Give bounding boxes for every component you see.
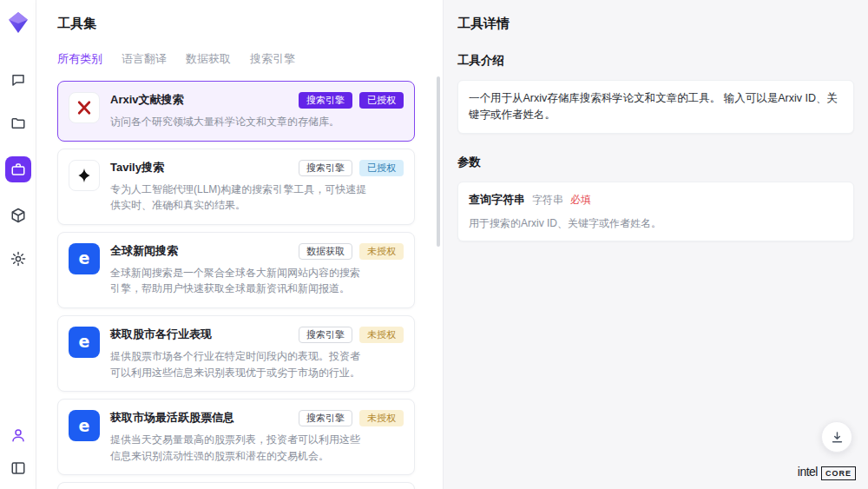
chat-icon[interactable] bbox=[8, 69, 29, 90]
tool-title: 获取市场最活跃股票信息 bbox=[110, 410, 234, 426]
page-title: 工具集 bbox=[57, 16, 443, 32]
stock-sector-logo-icon: e bbox=[69, 327, 100, 358]
folder-icon[interactable] bbox=[8, 113, 29, 134]
auth-badge: 未授权 bbox=[359, 410, 404, 426]
intel-core-logo: intel CORE bbox=[798, 465, 856, 480]
app-logo[interactable] bbox=[8, 12, 29, 33]
tool-card-regional-news[interactable]: 万维地区新闻查询 搜索引擎 未授权 查询具体行政区划内的新闻，快速了解各地新闻动 bbox=[57, 482, 415, 489]
tool-description: 访问各个研究领域大量科学论文和文章的存储库。 bbox=[110, 114, 369, 130]
arxiv-icon bbox=[69, 92, 100, 123]
tool-card-global-news[interactable]: e 全球新闻搜索 数据获取 未授权 全球新闻搜索是一个聚合全球各大新闻网站内容的… bbox=[57, 232, 415, 308]
tool-description: 专为人工智能代理(LLM)构建的搜索引擎工具，可快速提供实时、准确和真实的结果。 bbox=[110, 182, 369, 214]
tool-title: Arxiv文献搜索 bbox=[110, 92, 184, 108]
category-badge: 搜索引擎 bbox=[299, 327, 352, 343]
tab-search-engine[interactable]: 搜索引擎 bbox=[250, 51, 295, 67]
scrollbar[interactable] bbox=[437, 76, 440, 247]
auth-badge: 已授权 bbox=[359, 160, 404, 176]
sidebar-bottom bbox=[8, 425, 29, 479]
param-required-flag: 必填 bbox=[570, 193, 591, 208]
tool-card-active-stocks[interactable]: e 获取市场最活跃股票信息 搜索引擎 未授权 提供当天交易量最高的股票列表，投资… bbox=[57, 399, 415, 475]
tool-description: 提供股票市场各个行业在特定时间段内的表现。投资者可以利用这些信息来识别表现优于或… bbox=[110, 348, 369, 380]
param-header: 查询字符串 字符串 必填 bbox=[469, 192, 843, 208]
auth-badge: 未授权 bbox=[359, 243, 404, 260]
tool-list-panel: 工具集 所有类别 语言翻译 数据获取 搜索引擎 Arxiv文献搜索 搜索引擎 已… bbox=[36, 0, 443, 489]
core-wordmark: CORE bbox=[821, 466, 856, 480]
param-name: 查询字符串 bbox=[469, 192, 525, 208]
tool-card-arxiv[interactable]: Arxiv文献搜索 搜索引擎 已授权 访问各个研究领域大量科学论文和文章的存储库… bbox=[57, 81, 415, 142]
tool-card-tavily[interactable]: Tavily搜索 搜索引擎 已授权 专为人工智能代理(LLM)构建的搜索引擎工具… bbox=[57, 149, 415, 225]
param-description: 用于搜索的Arxiv ID、关键字或作者姓名。 bbox=[469, 215, 843, 231]
category-badge: 数据获取 bbox=[299, 243, 352, 260]
sidebar bbox=[0, 0, 36, 489]
tool-title: 获取股市各行业表现 bbox=[110, 327, 212, 342]
app-root: 工具集 所有类别 语言翻译 数据获取 搜索引擎 Arxiv文献搜索 搜索引擎 已… bbox=[0, 0, 868, 489]
layout-icon[interactable] bbox=[8, 458, 29, 479]
param-card: 查询字符串 字符串 必填 用于搜索的Arxiv ID、关键字或作者姓名。 bbox=[457, 182, 854, 241]
tavily-sparkle-icon bbox=[69, 160, 100, 191]
download-button[interactable] bbox=[821, 421, 852, 453]
details-title: 工具详情 bbox=[457, 16, 854, 32]
intro-heading: 工具介绍 bbox=[457, 53, 854, 69]
auth-badge: 未授权 bbox=[359, 327, 404, 343]
category-badge: 搜索引擎 bbox=[299, 92, 352, 109]
tab-all-categories[interactable]: 所有类别 bbox=[57, 51, 102, 67]
category-tabs: 所有类别 语言翻译 数据获取 搜索引擎 bbox=[57, 51, 443, 67]
tab-language-translation[interactable]: 语言翻译 bbox=[122, 51, 167, 67]
tool-title: 全球新闻搜索 bbox=[110, 243, 178, 259]
category-badge: 搜索引擎 bbox=[299, 410, 352, 426]
intro-text: 一个用于从Arxiv存储库搜索科学论文和文章的工具。 输入可以是Arxiv ID… bbox=[469, 90, 843, 123]
tool-details-panel: 工具详情 工具介绍 一个用于从Arxiv存储库搜索科学论文和文章的工具。 输入可… bbox=[443, 0, 868, 489]
box-icon[interactable] bbox=[8, 205, 29, 226]
active-stocks-logo-icon: e bbox=[69, 410, 100, 441]
intro-card: 一个用于从Arxiv存储库搜索科学论文和文章的工具。 输入可以是Arxiv ID… bbox=[457, 80, 854, 134]
auth-badge: 已授权 bbox=[359, 92, 404, 109]
tool-title: Tavily搜索 bbox=[110, 160, 164, 175]
news-search-logo-icon: e bbox=[69, 243, 100, 274]
gear-icon[interactable] bbox=[8, 248, 29, 269]
briefcase-icon[interactable] bbox=[5, 156, 31, 182]
person-icon[interactable] bbox=[8, 425, 29, 446]
sidebar-nav bbox=[5, 69, 31, 269]
tab-data-fetching[interactable]: 数据获取 bbox=[186, 51, 231, 67]
intel-wordmark: intel bbox=[798, 465, 818, 479]
tool-card-stock-sectors[interactable]: e 获取股市各行业表现 搜索引擎 未授权 提供股票市场各个行业在特定时间段内的表… bbox=[57, 315, 415, 392]
params-heading: 参数 bbox=[457, 155, 854, 170]
category-badge: 搜索引擎 bbox=[299, 160, 352, 176]
param-type: 字符串 bbox=[532, 193, 563, 208]
tool-description: 提供当天交易量最高的股票列表，投资者可以利用这些信息来识别流动性强的股票和潜在的… bbox=[110, 432, 369, 464]
tool-card-list: Arxiv文献搜索 搜索引擎 已授权 访问各个研究领域大量科学论文和文章的存储库… bbox=[57, 81, 415, 489]
tool-description: 全球新闻搜索是一个聚合全球各大新闻网站内容的搜索引擎，帮助用户快速获取全球最新资… bbox=[110, 265, 369, 297]
